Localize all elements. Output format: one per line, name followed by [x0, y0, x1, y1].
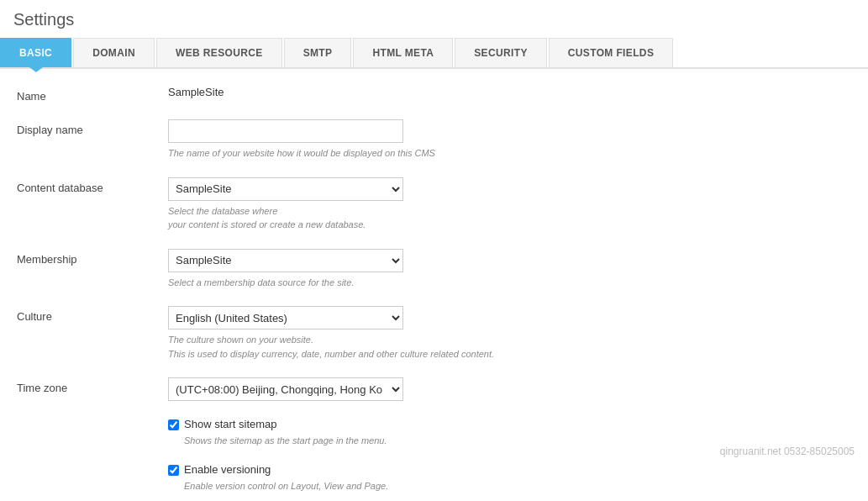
tab-smtp[interactable]: SMTP	[284, 38, 352, 67]
content-db-field: SampleSite Select the database where you…	[168, 177, 843, 232]
display-name-hint: The name of your website how it would be…	[168, 146, 843, 161]
display-name-input[interactable]	[168, 119, 403, 143]
culture-label: Culture	[17, 306, 168, 323]
content-db-select[interactable]: SampleSite	[168, 177, 403, 201]
show-sitemap-label: Show start sitemap	[184, 418, 277, 430]
timezone-field: (UTC+08:00) Beijing, Chongqing, Hong Ko	[168, 377, 843, 401]
name-value: SampleSite	[168, 82, 224, 98]
culture-row: Culture English (United States) The cult…	[17, 306, 843, 361]
enable-versioning-row: Enable versioning Enable version control…	[17, 463, 843, 493]
display-name-row: Display name The name of your website ho…	[17, 119, 843, 161]
timezone-row: Time zone (UTC+08:00) Beijing, Chongqing…	[17, 377, 843, 401]
membership-field: SampleSite Select a membership data sour…	[168, 249, 843, 290]
tab-custom-fields[interactable]: CUSTOM FIELDS	[549, 38, 673, 67]
enable-versioning-label: Enable versioning	[184, 463, 271, 476]
membership-label: Membership	[17, 249, 168, 266]
culture-field: English (United States) The culture show…	[168, 306, 843, 361]
content-db-label: Content database	[17, 177, 168, 194]
enable-versioning-hint: Enable version control on Layout, View a…	[184, 479, 388, 493]
tab-web-resource[interactable]: WEB RESOURCE	[156, 38, 282, 67]
name-row: Name SampleSite	[17, 86, 843, 103]
tab-security[interactable]: SECURITY	[455, 38, 547, 67]
form-area: Name SampleSite Display name The name of…	[0, 69, 868, 501]
membership-hint: Select a membership data source for the …	[168, 276, 843, 290]
membership-select[interactable]: SampleSite	[168, 249, 403, 272]
tab-html-meta[interactable]: HTML META	[353, 38, 453, 67]
content-db-hint: Select the database where your content i…	[168, 204, 843, 232]
display-name-field: The name of your website how it would be…	[168, 119, 843, 161]
page-title: Settings	[0, 10, 868, 38]
content-db-row: Content database SampleSite Select the d…	[17, 177, 843, 232]
culture-hint: The culture shown on your website. This …	[168, 333, 843, 361]
display-name-label: Display name	[17, 119, 168, 136]
timezone-select[interactable]: (UTC+08:00) Beijing, Chongqing, Hong Ko	[168, 377, 403, 401]
tab-basic[interactable]: BASIC	[0, 38, 71, 67]
name-field: SampleSite	[168, 86, 843, 98]
show-sitemap-row: Show start sitemap Shows the sitemap as …	[17, 418, 843, 448]
membership-row: Membership SampleSite Select a membershi…	[17, 249, 843, 290]
show-sitemap-checkbox[interactable]	[168, 419, 179, 430]
timezone-label: Time zone	[17, 377, 168, 394]
show-sitemap-hint: Shows the sitemap as the start page in t…	[184, 434, 387, 448]
name-label: Name	[17, 86, 168, 103]
enable-versioning-checkbox[interactable]	[168, 465, 179, 476]
tabs-bar: BASIC DOMAIN WEB RESOURCE SMTP HTML META…	[0, 38, 868, 69]
culture-select[interactable]: English (United States)	[168, 306, 403, 330]
tab-domain[interactable]: DOMAIN	[73, 38, 155, 67]
